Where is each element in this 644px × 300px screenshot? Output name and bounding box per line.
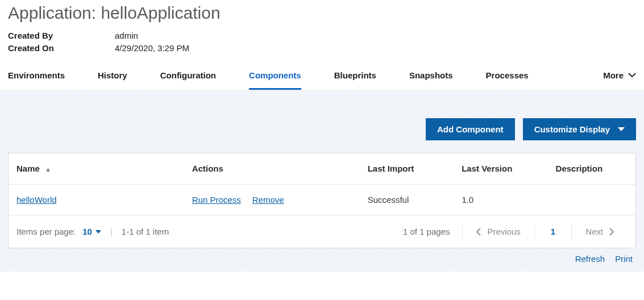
col-name-label: Name	[16, 164, 40, 173]
pager-nav: Previous 1 Next	[462, 223, 628, 240]
tab-components[interactable]: Components	[249, 65, 301, 90]
customize-display-label: Customize Display	[534, 124, 610, 134]
tab-more-label: More	[603, 70, 624, 80]
pager-pages-of: 1 of 1 pages	[403, 227, 450, 236]
tabs: Environments History Configuration Compo…	[0, 65, 644, 90]
pager: Items per page: 10 | 1-1 of 1 item 1 of …	[9, 215, 635, 248]
items-per-page-select[interactable]: 10	[82, 227, 101, 236]
meta-value: admin	[115, 30, 138, 42]
triangle-down-icon	[618, 127, 625, 131]
table-header-row: Name Actions Last Import Last Version De…	[9, 153, 635, 185]
meta-label: Created On	[8, 42, 115, 55]
remove-link[interactable]: Remove	[252, 195, 284, 205]
col-last-version[interactable]: Last Version	[454, 153, 547, 185]
print-link[interactable]: Print	[615, 254, 633, 264]
pager-divider: |	[110, 227, 113, 236]
items-per-page-label: Items per page:	[16, 227, 76, 236]
tab-configuration[interactable]: Configuration	[160, 65, 216, 90]
col-name[interactable]: Name	[9, 153, 184, 185]
tab-blueprints[interactable]: Blueprints	[334, 65, 376, 90]
meta-block: Created By admin Created On 4/29/2020, 3…	[0, 30, 644, 65]
add-component-label: Add Component	[437, 124, 504, 134]
col-description[interactable]: Description	[548, 153, 635, 185]
toolbar: Add Component Customize Display	[8, 118, 636, 140]
add-component-button[interactable]: Add Component	[426, 118, 515, 140]
tab-history[interactable]: History	[98, 65, 127, 90]
caret-down-icon	[95, 230, 101, 234]
pager-current-page[interactable]: 1	[534, 223, 571, 240]
chevron-right-icon	[609, 228, 614, 236]
meta-value: 4/29/2020, 3:29 PM	[115, 42, 189, 55]
components-table: Name Actions Last Import Last Version De…	[8, 153, 636, 249]
page-title: Application: helloApplication	[0, 0, 644, 30]
component-name-link[interactable]: helloWorld	[16, 195, 57, 205]
pager-range: 1-1 of 1 item	[122, 227, 169, 236]
svg-marker-0	[46, 168, 50, 172]
meta-row-created-on: Created On 4/29/2020, 3:29 PM	[8, 42, 636, 55]
chevron-down-icon	[628, 73, 636, 78]
sort-asc-icon	[45, 164, 51, 174]
chevron-left-icon	[476, 228, 481, 236]
cell-description	[548, 185, 635, 215]
pager-prev-label: Previous	[487, 227, 520, 236]
meta-row-created-by: Created By admin	[8, 30, 636, 42]
pager-prev-button[interactable]: Previous	[462, 223, 534, 240]
col-actions[interactable]: Actions	[184, 153, 360, 185]
content-panel: Add Component Customize Display Name Act…	[0, 90, 644, 272]
run-process-link[interactable]: Run Process	[192, 195, 241, 205]
cell-last-import: Successful	[360, 185, 454, 215]
row-actions: Run Process Remove	[192, 195, 352, 205]
table-row: helloWorld Run Process Remove Successful…	[9, 185, 635, 215]
cell-last-version: 1.0	[454, 185, 547, 215]
col-last-import[interactable]: Last Import	[360, 153, 454, 185]
items-per-page-value: 10	[82, 227, 92, 236]
customize-display-button[interactable]: Customize Display	[523, 118, 636, 140]
meta-label: Created By	[8, 30, 115, 42]
refresh-link[interactable]: Refresh	[575, 254, 605, 264]
tab-environments[interactable]: Environments	[8, 65, 65, 90]
pager-next-button[interactable]: Next	[571, 223, 628, 240]
tab-processes[interactable]: Processes	[486, 65, 529, 90]
pager-next-label: Next	[585, 227, 603, 236]
tab-more[interactable]: More	[603, 65, 636, 90]
footer-links: Refresh Print	[8, 254, 636, 264]
tab-snapshots[interactable]: Snapshots	[409, 65, 453, 90]
